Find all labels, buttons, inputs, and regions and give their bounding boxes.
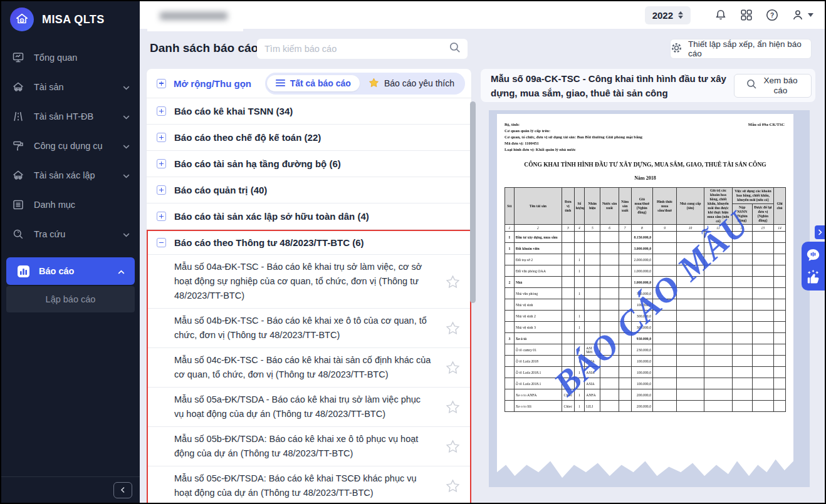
report-item-04b[interactable]: Mẫu số 04b-ĐK-TSC - Báo cáo kê khai xe ô… <box>148 309 470 348</box>
expand-plus-icon[interactable] <box>157 185 166 195</box>
established-assets-icon <box>11 169 25 182</box>
sidebar-item-danh-muc[interactable]: Danh mục <box>1 190 140 219</box>
sidebar-item-label: Tài sản HT-ĐB <box>34 111 114 121</box>
tools-icon <box>11 140 25 152</box>
apps-grid-icon[interactable] <box>740 8 753 22</box>
table-row: 1Đất khuôn viên3.000.000,0 <box>505 243 786 254</box>
report-item-04a[interactable]: Mẫu số 04a-ĐK-TSC - Báo cáo kê khai trụ … <box>148 255 470 309</box>
plus-box-icon <box>157 79 166 88</box>
chevron-down-icon <box>123 141 130 151</box>
table-row: Nhà văn phòng1300.000,0 <box>505 288 786 299</box>
category-thong-tu-48[interactable]: Báo cáo theo Thông tư 48/2023/TT-BTC (6) <box>148 231 470 255</box>
sidebar-item-tai-san-xac-lap[interactable]: Tài sản xác lập <box>1 160 140 190</box>
app-logo[interactable]: MISA QLTS <box>1 1 140 38</box>
org-tab[interactable] <box>147 3 243 31</box>
sidebar-collapse-button[interactable] <box>113 482 132 498</box>
overview-icon <box>11 51 25 64</box>
expand-plus-icon[interactable] <box>157 159 166 168</box>
report-item-04c[interactable]: Mẫu số 04c-ĐK-TSC - Báo cáo kê khai tài … <box>148 348 470 388</box>
filter-favorite-reports[interactable]: Báo cáo yêu thích <box>360 75 463 93</box>
col-number-row: 1234567891011121314 <box>505 225 786 232</box>
filter-all-label: Tất cả báo cáo <box>290 78 351 88</box>
expand-collapse-all[interactable]: Mở rộng/Thu gọn <box>157 78 251 89</box>
sidebar-item-tong-quan[interactable]: Tổng quan <box>1 43 140 72</box>
favorite-star-outline-icon[interactable] <box>435 400 470 414</box>
collapse-minus-icon[interactable] <box>157 238 166 247</box>
favorite-star-outline-icon[interactable] <box>435 440 470 453</box>
misa-logo-icon <box>10 8 34 31</box>
preview-header: Mẫu số 09a-CK-TSC - Công khai tình hình … <box>481 69 815 102</box>
col-subheader: Được để lại đơn vị (Nghìn đồng) <box>752 203 773 224</box>
sidebar-subitem-lap-bao-cao[interactable]: Lập báo cáo <box>6 286 135 312</box>
category-bao-cao-ke-khai-tsnn[interactable]: Báo cáo kê khai TSNN (34) <box>147 98 471 125</box>
sidebar-item-tra-cuu[interactable]: Tra cứu <box>1 219 140 249</box>
sidebar-item-tai-san[interactable]: Tài sản <box>1 72 140 101</box>
panel-expand-tab[interactable] <box>815 225 825 239</box>
caret-down-icon <box>808 13 813 17</box>
report-item-05b[interactable]: Mẫu số 05b-ĐK/TSDA: Báo cáo kê khai xe ô… <box>148 427 470 466</box>
report-item-05a[interactable]: Mẫu số 05a-ĐK/TSDA - Báo cáo kê khai trụ… <box>148 388 470 427</box>
report-settings-button[interactable]: Thiết lập sắp xếp, ẩn hiện báo cáo <box>670 39 812 59</box>
sidebar-item-tai-san-ht-db[interactable]: Tài sản HT-ĐB <box>1 101 140 131</box>
chat-support-icon[interactable] <box>805 247 821 263</box>
list-lines-icon <box>276 78 285 88</box>
expand-plus-icon[interactable] <box>157 133 166 142</box>
org-tab-redacted-label <box>160 12 227 20</box>
category-label: Báo cáo theo Thông tư 48/2023/TT-BTC (6) <box>174 237 364 248</box>
topbar-controls: 2022 ? <box>645 1 813 29</box>
filter-all-reports[interactable]: Tất cả báo cáo <box>267 75 360 91</box>
search-input[interactable] <box>264 44 449 54</box>
doc-meta-line: Bộ, tỉnh: <box>504 121 786 128</box>
col-header: Giá trị các khoản hoa hồng, chiết khấu, … <box>704 188 733 225</box>
lookup-icon <box>11 228 25 240</box>
settings-button-label: Thiết lập sắp xếp, ẩn hiện báo cáo <box>688 39 811 58</box>
table-row: Ô tô Lada 20181ASIA100.000,0 <box>505 356 786 367</box>
favorite-star-outline-icon[interactable] <box>435 361 470 374</box>
view-report-button[interactable]: Xem báo cáo <box>734 74 812 98</box>
catalog-icon <box>11 198 25 211</box>
document-meta: Bộ, tỉnh: Mẫu số 09a-CK/TSC Cơ quan quản… <box>504 121 786 153</box>
help-icon[interactable]: ? <box>765 8 779 22</box>
table-row: Nhà vệ sinh100.000,0 <box>505 299 786 311</box>
view-report-label: Xem báo cáo <box>761 76 800 96</box>
report-preview-area: Bộ, tỉnh: Mẫu số 09a-CK/TSC Cơ quan quản… <box>489 110 810 487</box>
col-header-group: Việc sử dụng các khoản hoa hồng, chiết k… <box>732 188 773 204</box>
search-icon[interactable] <box>449 41 461 56</box>
category-che-do-ke-toan[interactable]: Báo cáo theo chế độ kế toán (22) <box>147 125 471 151</box>
document-year: Năm 2018 <box>504 175 786 181</box>
report-item-05c[interactable]: Mẫu số 05c-ĐK/TSDA: Báo cáo kê khai TSCĐ… <box>148 466 470 504</box>
sidebar-item-bao-cao[interactable]: Báo cáo <box>6 257 135 285</box>
category-label: Báo cáo theo chế độ kế toán (22) <box>174 132 321 143</box>
year-selector[interactable]: 2022 <box>645 6 691 24</box>
category-so-huu-toan-dan[interactable]: Báo cáo tài sản xác lập sở hữu toàn dân … <box>147 203 471 230</box>
sidebar-item-cong-cu-dung-cu[interactable]: Công cụ dụng cụ <box>1 131 140 160</box>
report-list-panel: Mở rộng/Thu gọn Tất cả báo cáo Báo cáo y… <box>147 69 471 504</box>
category-quan-tri[interactable]: Báo cáo quản trị (40) <box>147 177 471 203</box>
sidebar-item-label: Công cụ dụng cụ <box>34 141 114 151</box>
year-spinner-icon <box>678 11 683 19</box>
feedback-thumbsup-icon[interactable] <box>805 269 821 285</box>
category-ha-tang-duong-bo[interactable]: Báo cáo tài sản hạ tầng đường bộ (6) <box>147 151 471 177</box>
favorite-star-outline-icon[interactable] <box>435 321 470 335</box>
user-menu[interactable] <box>791 8 813 22</box>
support-widget <box>802 242 825 291</box>
table-row: 2Nhà1.000.000,0 <box>505 277 786 288</box>
col-header: Đơn vị tính <box>562 188 574 225</box>
col-header: Giá mua/thuê (Nghìn đồng) <box>631 188 652 225</box>
table-row: Đất trụ sở 212.000.000,0 <box>505 254 786 265</box>
report-item-label: Mẫu số 04a-ĐK-TSC - Báo cáo kê khai trụ … <box>148 255 435 308</box>
doc-form-number: Mẫu số 09a-CK/TSC <box>748 121 785 128</box>
favorite-star-outline-icon[interactable] <box>435 275 470 289</box>
report-document: Bộ, tỉnh: Mẫu số 09a-CK/TSC Cơ quan quản… <box>497 114 793 483</box>
list-scrollbar[interactable] <box>470 101 476 303</box>
expand-plus-icon[interactable] <box>157 106 166 116</box>
notification-bell-icon[interactable] <box>714 8 728 22</box>
assets-icon <box>11 81 25 93</box>
expand-plus-icon[interactable] <box>157 212 166 221</box>
table-row: 3Xe ô tô930.000,0 <box>505 333 786 344</box>
chevron-down-icon <box>123 111 130 121</box>
doc-meta-line: Loại hình đơn vị: Khối quản lý nhà nước <box>504 147 786 153</box>
favorite-star-outline-icon[interactable] <box>435 479 470 493</box>
col-header: Số lượng <box>574 188 585 225</box>
sidebar-item-label: Tổng quan <box>34 53 130 63</box>
